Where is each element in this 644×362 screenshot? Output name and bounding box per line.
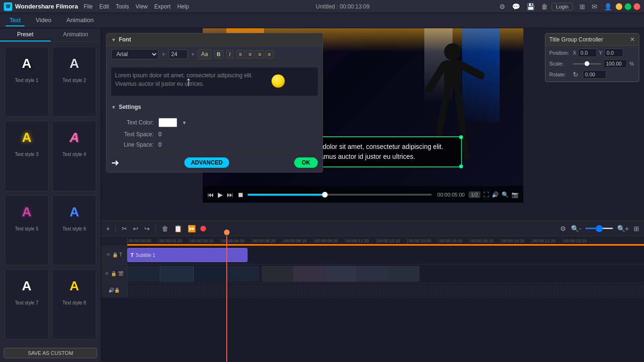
ruler-mark-12: 00:00:19:20 [501, 239, 532, 243]
minimize-button[interactable] [616, 3, 622, 10]
y-label: Y [599, 50, 602, 56]
font-color-button[interactable]: Aa [198, 49, 211, 59]
timeline-fit-button[interactable]: ⊞ [633, 224, 640, 233]
style-item-5[interactable]: A Text style 5 [5, 195, 49, 265]
redo-button[interactable]: ↪ [143, 224, 151, 233]
scale-label: Scale: [549, 61, 570, 66]
color-dropdown-arrow[interactable]: ▼ [182, 120, 187, 125]
style-item-2[interactable]: A Text style 2 [52, 47, 96, 117]
y-input[interactable] [604, 49, 623, 57]
step-back-button[interactable]: ⏮ [207, 191, 214, 198]
title-controller-close[interactable]: ✕ [630, 36, 635, 43]
font-family-select[interactable]: Arial [111, 49, 158, 59]
delete-button[interactable]: 🗑 [161, 224, 169, 233]
video-lock-icon[interactable]: 🔒 [111, 271, 116, 276]
style-item-6[interactable]: A Text style 6 [52, 195, 96, 265]
font-section-header[interactable]: ▼ Font [107, 33, 322, 46]
subtitle-track-label: 👁 🔒 T [101, 246, 127, 264]
stop-button[interactable]: ⏹ [237, 191, 244, 198]
align-justify-button[interactable]: ≡ [265, 50, 273, 58]
scale-slider[interactable] [573, 63, 601, 65]
play-button[interactable]: ▶ [218, 191, 223, 198]
tab-video[interactable]: Video [32, 15, 55, 26]
text-area-container: Lorem ipsum dolor sit amet, consectetur … [107, 63, 322, 100]
bold-button[interactable]: B [214, 50, 223, 58]
text-color-swatch[interactable] [158, 118, 177, 127]
ruler-mark-14: 00:00:23:10 [563, 239, 594, 243]
copy-button[interactable]: 📋 [173, 224, 183, 233]
style-item-4[interactable]: A Text style 4 [52, 121, 96, 191]
progress-bar[interactable] [248, 194, 432, 196]
timeline-zoom-in[interactable]: 🔍+ [616, 224, 630, 233]
style-preview-8: A [60, 274, 89, 298]
video-clip-1[interactable] [127, 266, 259, 282]
style-item-7[interactable]: A Text style 7 [5, 269, 49, 339]
align-left-button[interactable]: ≡ [236, 50, 245, 58]
tab-animation[interactable]: Animation [63, 15, 98, 26]
style-item-1[interactable]: A Text style 1 [5, 47, 49, 117]
volume-icon[interactable]: 🔊 [492, 191, 499, 198]
zoom-icon[interactable]: 🔍 [502, 191, 509, 198]
video-clip-2[interactable] [262, 266, 420, 282]
timeline-settings-button[interactable]: ⚙ [559, 224, 567, 233]
yellow-dot-decoration [272, 74, 285, 88]
settings-icon[interactable]: ⚙ [499, 3, 505, 10]
timeline-zoom-out[interactable]: 🔍- [570, 224, 582, 233]
tab-text[interactable]: Text [6, 15, 25, 26]
step-forward-button[interactable]: ⏭ [227, 191, 233, 198]
mail-icon[interactable]: ✉ [592, 3, 597, 10]
ok-button[interactable]: OK [294, 157, 318, 168]
progress-fill [248, 194, 325, 196]
save-as-custom-button[interactable]: SAVE AS CUSTOM [4, 348, 97, 358]
lock-icon[interactable]: 🔒 [112, 252, 118, 257]
close-button[interactable] [634, 3, 640, 10]
subtitle-clip[interactable]: Subtitle 1 [127, 248, 248, 262]
style-item-8[interactable]: A Text style 8 [52, 269, 96, 339]
cut-button[interactable]: ✂ [121, 224, 128, 233]
font-size-input[interactable] [169, 49, 188, 59]
user-icon[interactable]: 👤 [604, 3, 612, 10]
x-input[interactable] [578, 49, 597, 57]
subtab-preset[interactable]: Preset [0, 28, 50, 41]
advanced-button[interactable]: ADVANCED [184, 157, 229, 168]
menu-edit[interactable]: Edit [99, 3, 109, 10]
style-item-3[interactable]: A Text style 3 [5, 121, 49, 191]
settings-section-header[interactable]: ▼ Settings [107, 100, 322, 113]
maximize-button[interactable] [625, 3, 631, 10]
menu-help[interactable]: Help [177, 3, 189, 10]
align-center-button[interactable]: ≡ [246, 50, 254, 58]
progress-thumb[interactable] [322, 192, 328, 197]
speaker-icon[interactable]: 🔊 [108, 288, 114, 293]
subtab-animation[interactable]: Animation [50, 28, 101, 41]
handle-bottom-right[interactable] [459, 165, 463, 168]
italic-button[interactable]: I [226, 50, 233, 58]
ruler-mark-7: 00:00:11:20 [345, 239, 376, 243]
audio-lock-icon[interactable]: 🔒 [114, 288, 120, 293]
fullscreen-icon[interactable]: ⛶ [483, 191, 489, 198]
rotate-input[interactable] [583, 70, 606, 79]
text-preview-area[interactable]: Lorem ipsum dolor sit amet, consectetur … [111, 67, 318, 96]
record-button[interactable] [200, 226, 206, 231]
save-icon[interactable]: 💾 [527, 3, 535, 10]
add-track-button[interactable]: + [105, 224, 111, 233]
menu-view[interactable]: View [135, 3, 148, 10]
menu-file[interactable]: File [83, 3, 92, 10]
timeline-toolbar: + ✂ ↩ ↪ 🗑 📋 ⏩ ⚙ 🔍- 🔍+ ⊞ [101, 221, 644, 236]
snapshot-icon[interactable]: 📷 [512, 191, 519, 198]
chat-icon[interactable]: 💬 [512, 3, 520, 10]
menu-export[interactable]: Export [154, 3, 171, 10]
scale-input[interactable] [603, 59, 627, 68]
left-panel: Preset Animation A Text style 1 A Text s… [0, 28, 101, 362]
grid-icon[interactable]: ⊞ [579, 3, 585, 10]
undo-button[interactable]: ↩ [132, 224, 140, 233]
align-right-button[interactable]: ≡ [256, 50, 264, 58]
login-button[interactable]: Login [552, 3, 573, 10]
timeline-zoom-slider[interactable] [585, 228, 613, 229]
trash-icon[interactable]: 🗑 [541, 3, 548, 10]
rotate-label: Rotate: [549, 72, 570, 77]
handle-top-right[interactable] [459, 135, 463, 139]
video-eye-icon[interactable]: 👁 [105, 271, 109, 276]
menu-tools[interactable]: Tools [116, 3, 129, 10]
eye-icon[interactable]: 👁 [106, 252, 111, 257]
speed-button[interactable]: ⏩ [187, 224, 197, 233]
